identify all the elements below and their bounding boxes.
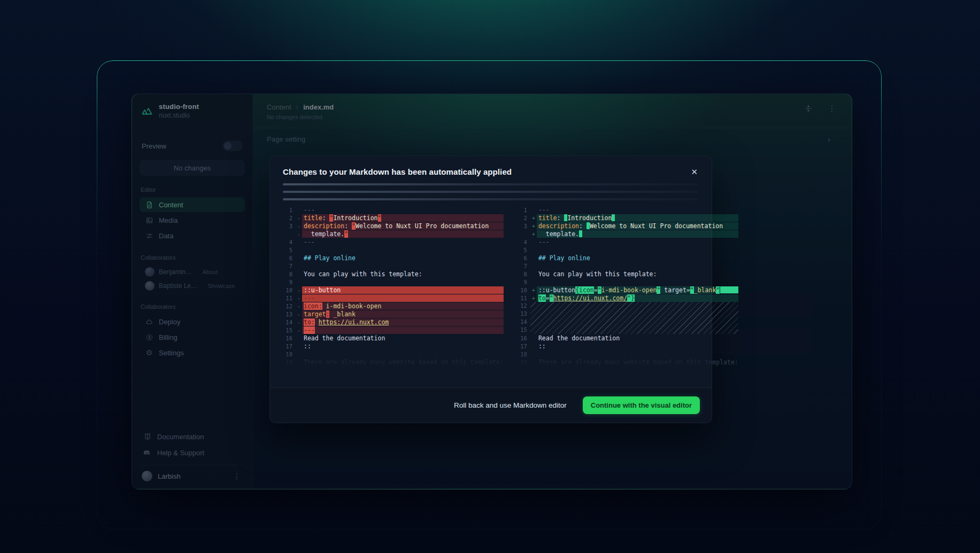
- code-segment: There are already many website based on …: [304, 359, 504, 366]
- code-segment: :: [322, 214, 330, 222]
- diff-line: 10+::u-button{icon="i-mdi-book-open" tar…: [518, 286, 738, 294]
- diff-line: 6## Play online: [283, 254, 504, 262]
- code-segment: Read the documentation: [538, 334, 620, 342]
- code-segment: ---: [304, 206, 315, 214]
- code-segment: :: [326, 310, 330, 318]
- code-segment: ": [329, 214, 333, 222]
- code-segment: [612, 214, 615, 221]
- code-segment: title: [538, 214, 557, 222]
- code-segment: ": [550, 294, 553, 302]
- diff-line: 4---: [283, 238, 504, 246]
- diff-hatch-block: 12131415: [518, 302, 738, 334]
- diff-line: 18: [283, 350, 504, 358]
- rollback-button[interactable]: Roll back and use Markdown editor: [454, 401, 567, 409]
- code-segment: :: [579, 222, 587, 230]
- code-segment: template.: [538, 230, 579, 238]
- code-segment: ": [352, 222, 356, 230]
- diff-line: 1---: [283, 206, 504, 214]
- code-segment: i-mdi-book-open: [601, 286, 657, 294]
- diff-line: 19There are already many website based o…: [518, 358, 738, 366]
- code-segment: to:: [304, 318, 315, 326]
- code-segment: i-mdi-book-open: [322, 302, 382, 310]
- diff-line: 2+title: Introduction: [518, 214, 738, 222]
- diff-line: 11+to="https://ui.nuxt.com/"}: [518, 294, 738, 302]
- diff-line: 8You can play with this template:: [518, 270, 738, 278]
- diff-line: 7: [283, 262, 504, 270]
- diff-line: 14-to: https://ui.nuxt.com: [283, 318, 504, 326]
- diff-line: + template.: [518, 230, 738, 238]
- skeleton-bar: [283, 191, 699, 193]
- diff-line: 13-target: _blank: [283, 310, 504, 318]
- diff-line: 9: [283, 278, 504, 286]
- diff-line: 16Read the documentation: [518, 334, 738, 342]
- skeleton-bar: [283, 198, 699, 200]
- diff-line: 8You can play with this template:: [283, 270, 504, 278]
- code-segment: Welcome to Nuxt UI Pro documentation: [356, 222, 489, 230]
- code-segment: =: [546, 294, 550, 302]
- code-segment: There are already many website based on …: [538, 359, 738, 366]
- diff-line: 15----: [283, 326, 504, 334]
- code-segment: ::u-button: [538, 286, 575, 294]
- code-segment: You can play with this template:: [304, 270, 422, 278]
- code-segment: Welcome to Nuxt UI Pro documentation: [590, 222, 723, 230]
- diff-line: 4---: [518, 238, 738, 246]
- diff-line: 9: [518, 278, 738, 286]
- code-segment: ": [690, 286, 694, 294]
- code-segment: ## Play online: [538, 254, 590, 262]
- code-segment: ": [378, 214, 382, 222]
- diff-line: 10-::u-button: [283, 286, 504, 294]
- code-segment: ::: [304, 342, 311, 350]
- code-segment: =: [594, 286, 598, 294]
- code-segment: ": [598, 286, 601, 294]
- code-segment: ---: [304, 294, 315, 302]
- code-segment: :: [344, 222, 352, 230]
- diff-view: 1---2-title: "Introduction"3-description…: [270, 206, 712, 366]
- code-segment: Read the documentation: [304, 334, 385, 342]
- markdown-changes-dialog: Changes to your Markdown has been automa…: [269, 155, 712, 423]
- code-segment: description: [538, 222, 579, 230]
- dialog-title: Changes to your Markdown has been automa…: [283, 167, 512, 176]
- code-segment: ---: [538, 238, 550, 246]
- code-segment: title: [304, 214, 322, 222]
- code-segment: [720, 286, 738, 293]
- diff-line: 12-icon: i-mdi-book-open: [283, 302, 504, 310]
- diff-line: 19There are already many website based o…: [283, 358, 504, 366]
- diff-line: 5: [518, 246, 738, 254]
- continue-visual-editor-button[interactable]: Continue with the visual editor: [583, 396, 700, 414]
- code-segment: https://ui.nuxt.com/: [553, 294, 627, 302]
- code-segment: :: [557, 214, 565, 222]
- code-segment: ## Play online: [304, 254, 356, 262]
- diff-line: - template.": [283, 230, 504, 238]
- diff-line: 18: [518, 350, 738, 358]
- hatch-stripes: [530, 302, 738, 334]
- diff-line: 17::: [518, 342, 738, 350]
- code-segment: ---: [304, 238, 315, 246]
- code-segment: template.: [304, 230, 344, 238]
- skeleton-bar: [283, 183, 699, 185]
- diff-line: 11----: [283, 294, 504, 302]
- code-segment: ::: [538, 342, 546, 350]
- diff-line: 5: [283, 246, 504, 254]
- code-segment: {icon: [575, 286, 594, 294]
- diff-line: 3-description: "Welcome to Nuxt UI Pro d…: [283, 222, 504, 230]
- diff-pane-old: 1---2-title: "Introduction"3-description…: [283, 206, 504, 366]
- code-segment: target: [660, 286, 686, 294]
- code-segment: [315, 318, 319, 326]
- code-segment: target: [304, 310, 326, 318]
- code-segment: Introduction: [333, 214, 377, 222]
- code-segment: _blank: [694, 286, 716, 294]
- code-segment: Introduction: [567, 214, 612, 222]
- code-segment: [579, 230, 582, 237]
- dialog-footer: Roll back and use Markdown editor Contin…: [270, 387, 712, 423]
- code-segment: description: [304, 222, 344, 230]
- code-segment: _blank: [329, 310, 355, 318]
- diff-line: 6## Play online: [518, 254, 738, 262]
- code-segment: https://ui.nuxt.com: [319, 318, 389, 326]
- diff-line: 7: [518, 262, 738, 270]
- close-icon[interactable]: ✕: [690, 167, 699, 177]
- code-segment: ": [657, 286, 660, 294]
- code-segment: You can play with this template:: [538, 270, 657, 278]
- diff-line: 16Read the documentation: [283, 334, 504, 342]
- code-segment: ---: [304, 326, 315, 334]
- code-segment: "}: [627, 294, 635, 302]
